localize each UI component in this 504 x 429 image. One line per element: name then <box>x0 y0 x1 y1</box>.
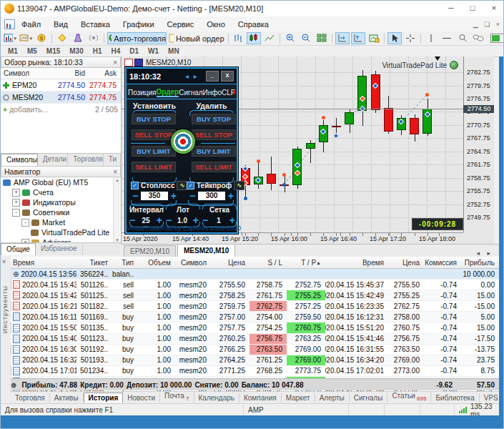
col-symbol[interactable]: Символ <box>1 69 51 77</box>
history-row[interactable]: 2020.04.15 15:43..501126..sell1.00mesm20… <box>11 280 499 290</box>
history-col-9[interactable]: Цена <box>388 257 424 268</box>
history-col-1[interactable]: Тикет <box>76 257 112 268</box>
time-axis[interactable]: 15 Apr 202015 Apr 14:4015 Apr 15:2015 Ap… <box>122 232 463 244</box>
toolbox-close-icon[interactable]: × <box>2 258 6 265</box>
takeprofit-trail-icon[interactable]: ∿ <box>234 181 244 190</box>
takeprofit-checkbox[interactable]: ✓Тейкпроф∿ <box>187 181 244 190</box>
stoploss-minus[interactable]: − <box>132 192 138 200</box>
history-col-5[interactable]: Цена <box>211 257 249 268</box>
vtp-minimize-button[interactable]: _ <box>206 71 219 82</box>
vertical-line-button[interactable] <box>424 32 438 44</box>
history-row[interactable]: ⊕2020.04.15 13:56..356224..balan..10 000… <box>11 269 499 280</box>
tree-node[interactable]: -Советники <box>1 207 113 217</box>
tree-node[interactable]: -Market <box>1 217 113 227</box>
history-col-6[interactable]: S / L <box>249 257 287 268</box>
vtp-tab-Инфо[interactable]: Инфо <box>203 89 222 97</box>
toolbox-tab-Активы[interactable]: Активы <box>50 393 84 403</box>
menu-Сервис[interactable]: Сервис <box>161 18 201 31</box>
menu-Вид[interactable]: Вид <box>47 18 74 31</box>
market-watch-tab-Ти[interactable]: Ти <box>104 154 121 166</box>
menu-Вставка[interactable]: Вставка <box>74 18 117 31</box>
symbols-button[interactable] <box>55 32 69 44</box>
market-watch-tab-Детали[interactable]: Детали <box>38 154 69 166</box>
price-axis[interactable]: 2782.752779.752776.752773.752770.752767.… <box>463 56 494 232</box>
menu-Окно[interactable]: Окно <box>200 18 232 31</box>
templates-button[interactable] <box>367 32 381 44</box>
set-buy-stop-button[interactable]: BUY STOP <box>131 113 177 125</box>
vtp-tab-Позиция[interactable]: Позиция <box>128 89 157 97</box>
toolbox-tab-VPS[interactable]: VPS <box>480 393 499 403</box>
mdi-window-controls[interactable]: ▁ ❏ × <box>473 21 502 28</box>
profiles-button[interactable]: ▾ <box>19 32 33 44</box>
cursor-button[interactable] <box>387 32 402 44</box>
history-row[interactable]: 2020.04.15 16:21..501182..sell1.00mesm20… <box>11 301 499 312</box>
timeframe-H4[interactable]: H4 <box>112 47 121 55</box>
virtualtradepad-panel[interactable]: 18:10:32 ◂ ▸ _ x ПозицияОрдерСигналИнфоC… <box>125 67 238 234</box>
history-col-7[interactable]: T / P ▲ <box>287 257 325 268</box>
navigator-scrollbar[interactable]: ▲▼ <box>113 177 121 243</box>
tree-node[interactable]: +Счета <box>1 187 113 197</box>
expand-icon[interactable]: + <box>12 199 20 207</box>
col-bid[interactable]: Bid <box>51 69 85 77</box>
chart-tab-scroll-arrows[interactable]: ◂ ▸ <box>476 250 493 257</box>
history-center-button[interactable]: $ <box>34 32 49 44</box>
delete-buy-limit-button[interactable]: BUY LIMIT <box>191 145 237 157</box>
history-row[interactable]: 2020.04.15 16:30..501192..buy1.00mesm202… <box>11 345 499 355</box>
toolbox-tab-Календарь[interactable]: Календарь <box>194 393 239 403</box>
chart-tab-MESM20,M10[interactable]: MESM20,M10 <box>177 244 235 257</box>
history-row[interactable]: 2020.04.15 15:40..501123..buy1.00mesm202… <box>11 334 499 345</box>
history-col-10[interactable]: Комиссия <box>424 257 461 268</box>
stoploss-stepper[interactable]: − 350 + <box>132 192 177 200</box>
history-col-8[interactable]: Время <box>325 257 388 268</box>
toolbox-tab-Библиотека[interactable]: Библиотека <box>431 393 479 403</box>
stoploss-checkbox[interactable]: ✓Стоплосс∿ <box>131 181 187 190</box>
new-chart-button[interactable]: ▾ <box>3 32 17 44</box>
zoom-in-button[interactable] <box>283 32 297 44</box>
history-row[interactable]: 2020.04.15 16:32..501193..buy1.00mesm202… <box>11 355 499 366</box>
market-watch-tab-Символы[interactable]: Символы <box>1 154 38 166</box>
history-row[interactable]: 2020.04.15 15:50..501135..buy1.00mesm202… <box>11 322 499 333</box>
toolbox-tab-Статьи[interactable]: Статьи 695 <box>387 391 431 403</box>
navigator-close-icon[interactable]: × <box>113 168 117 176</box>
vtp-header[interactable]: 18:10:32 ◂ ▸ _ x <box>127 69 237 84</box>
toolbox-tab-Новости[interactable]: Новости <box>123 393 160 403</box>
chart-window-icon[interactable] <box>4 19 15 29</box>
timeframe-M15[interactable]: M15 <box>46 47 60 55</box>
takeprofit-plus[interactable]: + <box>228 192 234 200</box>
navigator-tab-Общие[interactable]: Общие <box>1 243 36 255</box>
maximize-button[interactable]: □ <box>462 1 483 16</box>
tile-windows-button[interactable] <box>315 32 329 44</box>
delete-buy-stop-button[interactable]: BUY STOP <box>191 113 237 125</box>
minimize-button[interactable]: ─ <box>440 1 462 16</box>
set-sell-limit-button[interactable]: SELL LIMIT <box>131 161 177 173</box>
set-buy-limit-button[interactable]: BUY LIMIT <box>131 145 177 157</box>
timeframe-H1[interactable]: H1 <box>93 47 102 55</box>
timeframe-MN[interactable]: MN <box>168 47 179 55</box>
history-row[interactable]: 2020.04.15 15:42..501125..sell1.00mesm20… <box>11 290 499 301</box>
chart-tab-EPM20,M10[interactable]: EPM20,M10 <box>124 245 176 257</box>
collapse-icon[interactable]: - <box>21 219 29 227</box>
toolbox-tab-Алерты[interactable]: Алерты <box>315 393 350 403</box>
toolbox-tab-Торговля[interactable]: Торговля <box>11 393 50 403</box>
market-watch-row[interactable]: MESM202774.502774.75 <box>1 92 121 104</box>
vtp-tab-Сигнал[interactable]: Сигнал <box>179 89 202 97</box>
vtp-tab-Ордер[interactable]: Ордер <box>157 88 179 97</box>
history-row[interactable]: 2020.04.15 16:11..501169..buy1.00mesm202… <box>11 312 499 322</box>
crosshair-button[interactable] <box>403 32 417 44</box>
stoploss-value[interactable]: 350 <box>141 192 168 200</box>
horizontal-line-button[interactable] <box>440 32 454 44</box>
history-col-11[interactable]: Прибыль <box>461 257 499 268</box>
stoploss-plus[interactable]: + <box>171 192 177 200</box>
history-col-3[interactable]: Объем <box>138 257 175 268</box>
market-watch-close-icon[interactable]: × <box>113 59 117 66</box>
zoom-out-button[interactable] <box>299 32 313 44</box>
vtp-page-arrows[interactable]: ◂ ▸ <box>185 72 199 80</box>
toolbox-tab-Маркет[interactable]: Маркет <box>282 393 315 403</box>
set-sell-stop-button[interactable]: SELL STOP <box>131 129 177 141</box>
auto-scroll-button[interactable] <box>335 32 350 44</box>
tree-node[interactable]: VirtualTradePad Lite <box>1 227 113 237</box>
delete-sell-limit-button[interactable]: SELL LIMIT <box>191 161 237 173</box>
timeframe-M30[interactable]: M30 <box>69 47 83 55</box>
close-button[interactable]: × <box>483 1 504 16</box>
history-col-0[interactable]: Время <box>11 257 76 268</box>
